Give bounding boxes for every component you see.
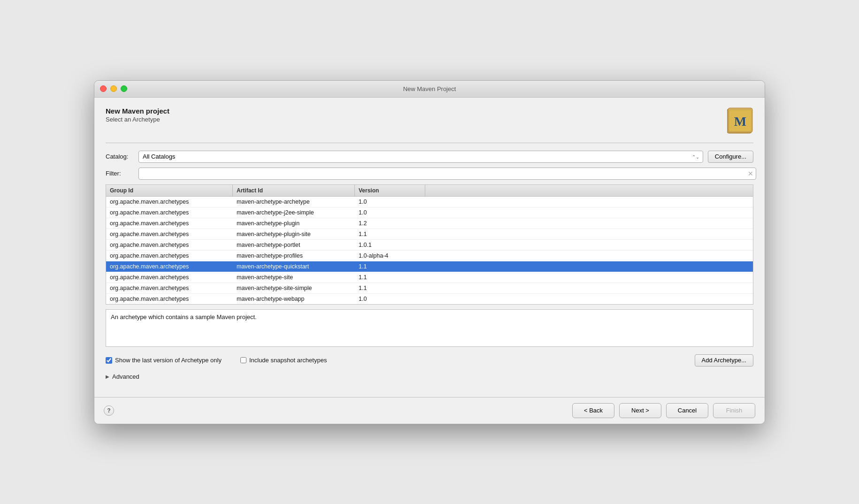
table-cell: maven-archetype-site-simple — [233, 283, 355, 293]
svg-text:M: M — [734, 114, 746, 129]
catalog-row: Catalog: All Catalogs Internal Local Rem… — [106, 151, 753, 163]
filter-label: Filter: — [106, 170, 134, 177]
header-divider — [106, 143, 753, 143]
table-cell: org.apache.maven.archetypes — [106, 251, 233, 261]
table-cell: org.apache.maven.archetypes — [106, 272, 233, 283]
maximize-button[interactable] — [121, 85, 127, 92]
table-row[interactable]: org.apache.maven.archetypesmaven-archety… — [106, 272, 753, 283]
table-cell — [425, 272, 753, 283]
table-body: org.apache.maven.archetypesmaven-archety… — [106, 197, 753, 304]
table-cell: 1.2 — [355, 218, 425, 229]
add-archetype-button[interactable]: Add Archetype... — [695, 354, 753, 367]
table-cell: 1.0 — [355, 207, 425, 218]
table-cell — [425, 207, 753, 218]
table-cell: 1.1 — [355, 261, 425, 272]
table-cell: 1.0.1 — [355, 240, 425, 250]
table-cell: org.apache.maven.archetypes — [106, 283, 233, 293]
finish-button[interactable]: Finish — [713, 403, 755, 418]
show-last-version-text: Show the last version of Archetype only — [115, 357, 222, 364]
help-button[interactable]: ? — [104, 405, 114, 416]
table-row[interactable]: org.apache.maven.archetypesmaven-archety… — [106, 207, 753, 218]
table-cell — [425, 251, 753, 261]
table-cell: maven-archetype-archetype — [233, 197, 355, 207]
table-row[interactable]: org.apache.maven.archetypesmaven-archety… — [106, 197, 753, 207]
table-row[interactable]: org.apache.maven.archetypesmaven-archety… — [106, 294, 753, 304]
table-cell: maven-archetype-j2ee-simple — [233, 207, 355, 218]
table-cell: 1.1 — [355, 229, 425, 239]
show-last-version-checkbox[interactable] — [106, 357, 112, 364]
table-cell — [425, 283, 753, 293]
advanced-section[interactable]: ▶ Advanced — [106, 373, 753, 380]
catalog-select[interactable]: All Catalogs Internal Local Remote — [138, 151, 703, 163]
include-snapshot-label[interactable]: Include snapshot archetypes — [240, 357, 695, 364]
table-cell: maven-archetype-site — [233, 272, 355, 283]
col-header-group-id: Group Id — [106, 185, 233, 196]
advanced-label: Advanced — [112, 373, 139, 380]
table-cell: 1.0 — [355, 197, 425, 207]
next-button[interactable]: Next > — [619, 403, 661, 418]
table-cell: 1.0-alpha-4 — [355, 251, 425, 261]
table-cell: maven-archetype-portlet — [233, 240, 355, 250]
table-cell: org.apache.maven.archetypes — [106, 229, 233, 239]
table-cell: org.apache.maven.archetypes — [106, 218, 233, 229]
cancel-button[interactable]: Cancel — [666, 403, 708, 418]
footer-buttons: < Back Next > Cancel Finish — [572, 403, 755, 418]
window-controls — [100, 85, 127, 92]
table-cell: maven-archetype-plugin-site — [233, 229, 355, 239]
catalog-select-wrapper: All Catalogs Internal Local Remote ⌃⌄ — [138, 151, 703, 163]
window-title: New Maven Project — [403, 85, 456, 92]
table-cell: org.apache.maven.archetypes — [106, 261, 233, 272]
table-cell: org.apache.maven.archetypes — [106, 207, 233, 218]
dialog-title: New Maven project — [106, 107, 169, 115]
archetype-description: An archetype which contains a sample Mav… — [106, 309, 753, 347]
table-cell: 1.1 — [355, 272, 425, 283]
header-text: New Maven project Select an Archetype — [106, 107, 169, 123]
show-last-version-label[interactable]: Show the last version of Archetype only — [106, 357, 222, 364]
advanced-chevron-icon: ▶ — [106, 374, 109, 379]
table-cell: 1.1 — [355, 283, 425, 293]
table-row[interactable]: org.apache.maven.archetypesmaven-archety… — [106, 218, 753, 229]
table-cell: 1.0 — [355, 294, 425, 304]
table-cell: org.apache.maven.archetypes — [106, 294, 233, 304]
include-snapshot-text: Include snapshot archetypes — [249, 357, 327, 364]
options-row: Show the last version of Archetype only … — [106, 354, 753, 367]
table-cell: maven-archetype-plugin — [233, 218, 355, 229]
archetype-table: Group Id Artifact Id Version org.apache.… — [106, 184, 753, 305]
table-cell — [425, 229, 753, 239]
table-row[interactable]: org.apache.maven.archetypesmaven-archety… — [106, 251, 753, 261]
table-cell: org.apache.maven.archetypes — [106, 197, 233, 207]
table-cell — [425, 261, 753, 272]
table-row[interactable]: org.apache.maven.archetypesmaven-archety… — [106, 229, 753, 240]
minimize-button[interactable] — [110, 85, 117, 92]
back-button[interactable]: < Back — [572, 403, 614, 418]
header-section: New Maven project Select an Archetype M — [106, 107, 753, 135]
table-cell — [425, 294, 753, 304]
table-row[interactable]: org.apache.maven.archetypesmaven-archety… — [106, 283, 753, 294]
title-bar: New Maven Project — [94, 81, 765, 98]
filter-row: Filter: ✕ — [106, 168, 753, 180]
table-row[interactable]: org.apache.maven.archetypesmaven-archety… — [106, 240, 753, 251]
footer: ? < Back Next > Cancel Finish — [94, 397, 765, 424]
table-cell: maven-archetype-profiles — [233, 251, 355, 261]
include-snapshot-checkbox[interactable] — [240, 357, 246, 363]
table-cell — [425, 218, 753, 229]
col-header-extra — [425, 185, 753, 196]
footer-left: ? — [104, 405, 114, 416]
filter-input[interactable] — [138, 168, 756, 180]
table-cell — [425, 240, 753, 250]
col-header-artifact-id: Artifact Id — [233, 185, 355, 196]
table-header: Group Id Artifact Id Version — [106, 185, 753, 197]
clear-filter-icon[interactable]: ✕ — [748, 170, 753, 177]
table-cell: org.apache.maven.archetypes — [106, 240, 233, 250]
dialog-content: New Maven project Select an Archetype M … — [94, 98, 765, 397]
catalog-label: Catalog: — [106, 153, 134, 160]
maven-logo-icon: M — [727, 107, 753, 135]
table-cell: maven-archetype-webapp — [233, 294, 355, 304]
configure-button[interactable]: Configure... — [708, 151, 753, 163]
table-cell: maven-archetype-quickstart — [233, 261, 355, 272]
dialog-subtitle: Select an Archetype — [106, 116, 169, 123]
window: New Maven Project New Maven project Sele… — [94, 80, 765, 424]
close-button[interactable] — [100, 85, 107, 92]
col-header-version: Version — [355, 185, 425, 196]
table-row[interactable]: org.apache.maven.archetypesmaven-archety… — [106, 261, 753, 272]
